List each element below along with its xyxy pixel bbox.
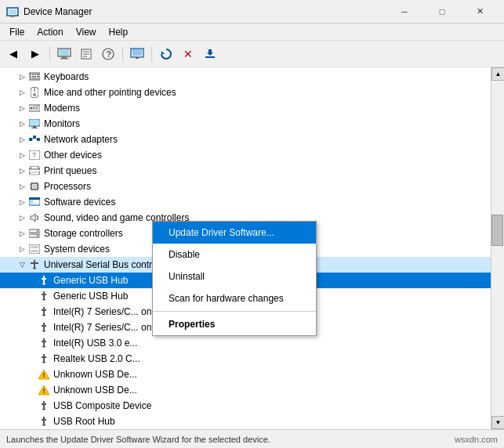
tree-item-mice[interactable]: ▷ Mice and other pointing devices bbox=[0, 85, 491, 100]
tree-item-monitors[interactable]: ▷ Monitors bbox=[0, 116, 491, 132]
icon-intel1 bbox=[38, 305, 50, 318]
scrollbar[interactable]: ▲ ▼ bbox=[491, 67, 504, 429]
expand-processors[interactable]: ▷ bbox=[16, 180, 28, 193]
tree-item-other[interactable]: ▷ ? Other devices bbox=[0, 147, 491, 163]
icon-print bbox=[28, 164, 41, 177]
svg-rect-22 bbox=[32, 74, 34, 75]
icon-processors bbox=[28, 180, 41, 193]
tree-item-composite[interactable]: USB Composite Device bbox=[0, 398, 491, 414]
label-processors: Processors bbox=[44, 181, 91, 192]
label-storage: Storage controllers bbox=[44, 228, 123, 239]
svg-rect-24 bbox=[37, 74, 39, 75]
ctx-separator bbox=[153, 311, 316, 312]
ctx-update[interactable]: Update Driver Software... bbox=[153, 222, 316, 244]
expand-network[interactable]: ▷ bbox=[16, 133, 28, 146]
toolbar: ◀ ▶ ? bbox=[0, 41, 504, 67]
tree-item-unknown2[interactable]: ! Unknown USB De... bbox=[0, 382, 491, 398]
icon-intel2 bbox=[38, 321, 50, 334]
tree-item-network[interactable]: ▷ Network adapters bbox=[0, 132, 491, 147]
toolbar-back[interactable]: ◀ bbox=[3, 44, 24, 64]
svg-rect-58 bbox=[29, 197, 40, 200]
toolbar-computer[interactable] bbox=[54, 44, 74, 64]
svg-marker-16 bbox=[161, 51, 165, 54]
toolbar-download[interactable] bbox=[200, 44, 220, 64]
title-bar: Device Manager ─ □ ✕ bbox=[0, 0, 504, 23]
svg-text:!: ! bbox=[43, 387, 45, 395]
label-generic2: Generic USB Hub bbox=[53, 291, 128, 302]
status-text: Launches the Update Driver Software Wiza… bbox=[6, 435, 270, 444]
expand-software[interactable]: ▷ bbox=[16, 196, 28, 208]
icon-composite bbox=[38, 399, 50, 412]
tree-item-keyboards[interactable]: ▷ Keyboards bbox=[0, 69, 491, 85]
expand-monitors[interactable]: ▷ bbox=[16, 117, 28, 130]
label-mice: Mice and other pointing devices bbox=[44, 87, 176, 98]
expand-mice[interactable]: ▷ bbox=[16, 86, 28, 99]
toolbar-monitor[interactable] bbox=[127, 44, 147, 64]
ctx-disable[interactable]: Disable bbox=[153, 244, 316, 266]
expand-other[interactable]: ▷ bbox=[16, 149, 28, 161]
toolbar-forward[interactable]: ▶ bbox=[25, 44, 45, 64]
svg-point-30 bbox=[33, 93, 36, 96]
toolbar-help[interactable]: ? bbox=[98, 44, 118, 64]
menu-help[interactable]: Help bbox=[103, 24, 135, 40]
expand-system[interactable]: ▷ bbox=[16, 243, 28, 255]
expand-modems[interactable]: ▷ bbox=[16, 102, 28, 114]
svg-rect-5 bbox=[62, 56, 67, 58]
icon-other: ? bbox=[28, 149, 41, 161]
label-other: Other devices bbox=[44, 150, 102, 161]
svg-rect-25 bbox=[30, 76, 31, 78]
tree-item-realtek[interactable]: Realtek USB 2.0 C... bbox=[0, 351, 491, 367]
icon-mice bbox=[28, 86, 41, 99]
context-menu: Update Driver Software... Disable Uninst… bbox=[152, 221, 317, 336]
ctx-uninstall[interactable]: Uninstall bbox=[153, 266, 316, 287]
toolbar-sep2 bbox=[122, 46, 123, 62]
svg-point-32 bbox=[31, 107, 33, 110]
tree-item-processors[interactable]: ▷ Processors bbox=[0, 179, 491, 194]
scroll-down[interactable]: ▼ bbox=[491, 416, 504, 429]
close-button[interactable]: ✕ bbox=[462, 0, 498, 23]
menu-view[interactable]: View bbox=[70, 24, 103, 40]
label-realtek: Realtek USB 2.0 C... bbox=[53, 353, 140, 364]
minimize-button[interactable]: ─ bbox=[386, 0, 422, 23]
scroll-up[interactable]: ▲ bbox=[491, 67, 504, 81]
svg-rect-59 bbox=[30, 201, 33, 202]
menu-bar: File Action View Help bbox=[0, 23, 504, 41]
tree-item-intel3[interactable]: Intel(R) USB 3.0 e... bbox=[0, 335, 491, 351]
expand-sound[interactable]: ▷ bbox=[16, 211, 28, 224]
tree-item-unknown1[interactable]: ! Unknown USB De... bbox=[0, 367, 491, 382]
svg-rect-41 bbox=[29, 138, 32, 141]
tree-item-software[interactable]: ▷ Software devices bbox=[0, 194, 491, 210]
toolbar-properties[interactable] bbox=[76, 44, 96, 64]
expand-keyboards[interactable]: ▷ bbox=[16, 70, 28, 83]
main-area: ▷ Keyboards ▷ Mice and other pointing de… bbox=[0, 67, 504, 429]
svg-rect-40 bbox=[31, 128, 38, 128]
menu-file[interactable]: File bbox=[3, 24, 31, 40]
svg-rect-2 bbox=[10, 16, 15, 17]
label-unknown2: Unknown USB De... bbox=[53, 385, 137, 396]
tree-item-modems[interactable]: ▷ Modems bbox=[0, 100, 491, 116]
toolbar-scan[interactable] bbox=[156, 44, 176, 64]
ctx-scan[interactable]: Scan for hardware changes bbox=[153, 287, 316, 309]
toolbar-remove[interactable]: ✕ bbox=[178, 44, 198, 64]
expand-storage[interactable]: ▷ bbox=[16, 227, 28, 240]
expand-print[interactable]: ▷ bbox=[16, 164, 28, 177]
scroll-thumb[interactable] bbox=[491, 215, 503, 246]
tree-item-roothub1[interactable]: USB Root Hub bbox=[0, 414, 491, 429]
svg-rect-35 bbox=[36, 107, 37, 110]
svg-rect-19 bbox=[208, 49, 212, 53]
menu-action[interactable]: Action bbox=[31, 24, 69, 40]
tree-item-print[interactable]: ▷ Print queues bbox=[0, 163, 491, 179]
icon-warning1: ! bbox=[38, 368, 50, 381]
svg-rect-69 bbox=[37, 262, 38, 264]
svg-rect-6 bbox=[60, 58, 68, 60]
label-generic1: Generic USB Hub bbox=[53, 275, 128, 286]
svg-rect-43 bbox=[37, 138, 40, 141]
svg-rect-50 bbox=[30, 172, 39, 175]
expand-usb[interactable]: ▽ bbox=[16, 258, 28, 271]
label-unknown1: Unknown USB De... bbox=[53, 369, 137, 380]
ctx-properties[interactable]: Properties bbox=[153, 313, 316, 335]
icon-keyboards bbox=[28, 70, 41, 83]
icon-generic1 bbox=[38, 274, 50, 287]
maximize-button[interactable]: □ bbox=[424, 0, 460, 23]
label-print: Print queues bbox=[44, 165, 96, 176]
